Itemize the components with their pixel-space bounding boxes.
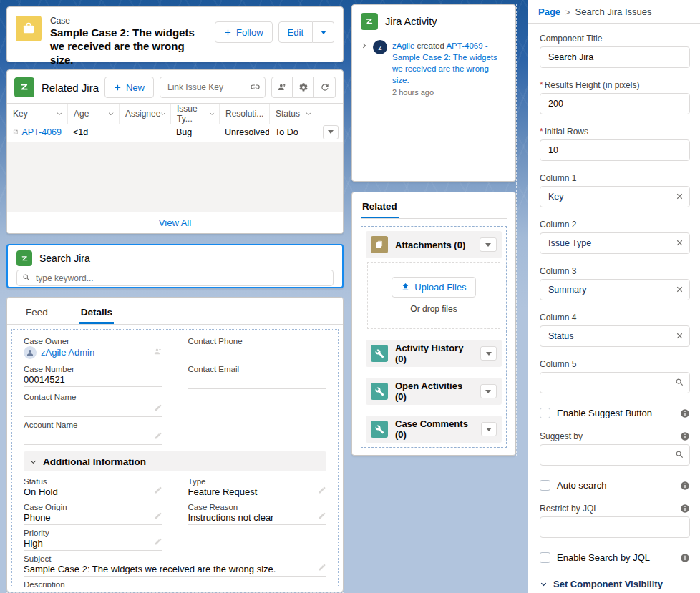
new-issue-button-label: New xyxy=(126,82,145,93)
search-jira-title: Search Jira xyxy=(39,253,90,264)
search-icon[interactable] xyxy=(675,378,684,387)
avatar xyxy=(24,346,37,359)
related-jira-panel: Related Jira New xyxy=(6,69,344,234)
assign-user-button[interactable] xyxy=(271,77,293,98)
related-list-activity-history[interactable]: Activity History (0) xyxy=(366,340,502,367)
edit-button[interactable]: Edit xyxy=(278,21,313,43)
restrict-jql-input[interactable] xyxy=(540,516,690,538)
info-icon[interactable] xyxy=(680,431,690,441)
external-link-icon[interactable] xyxy=(13,128,18,136)
suggest-by-input[interactable] xyxy=(540,444,690,466)
gear-icon-button[interactable] xyxy=(293,77,314,98)
related-list-attachments[interactable]: Attachments (0) xyxy=(366,231,502,258)
edit-pencil-icon[interactable] xyxy=(318,486,326,494)
field-case-reason: Case Reason Instructions not clear xyxy=(188,503,327,525)
chevron-down-icon xyxy=(321,31,326,34)
tab-feed[interactable]: Feed xyxy=(24,300,49,324)
new-issue-button[interactable]: New xyxy=(104,77,154,98)
column-header-age[interactable]: Age xyxy=(67,104,119,124)
zagile-z-icon xyxy=(20,254,29,263)
follow-button[interactable]: Follow xyxy=(215,21,273,43)
collapse-button[interactable] xyxy=(480,237,497,252)
link-icon[interactable] xyxy=(250,82,261,92)
related-lists-panel: Related Attachments (0) Upload Files Or … xyxy=(351,192,516,456)
related-lists-component: Attachments (0) Upload Files Or drop fil… xyxy=(361,226,507,448)
related-list-open-activities[interactable]: Open Activities (0) xyxy=(366,378,502,405)
change-owner-icon[interactable] xyxy=(153,347,162,356)
auto-search-checkbox[interactable] xyxy=(540,480,550,491)
edit-pencil-icon[interactable] xyxy=(154,511,162,520)
chevron-down-icon xyxy=(486,352,492,356)
collapse-button[interactable] xyxy=(480,346,497,361)
refresh-icon-button[interactable] xyxy=(314,77,336,98)
enable-jql-checkbox[interactable] xyxy=(540,552,550,563)
column-header-status[interactable]: Status xyxy=(269,104,316,124)
clear-icon[interactable] xyxy=(675,238,684,248)
chevron-down-icon xyxy=(328,130,334,134)
field-account-name: Account Name xyxy=(24,421,162,445)
edit-pencil-icon[interactable] xyxy=(154,537,162,546)
component-title-input[interactable] xyxy=(540,46,690,68)
chevron-down-icon xyxy=(209,110,215,117)
tab-related[interactable]: Related xyxy=(361,200,399,219)
info-icon[interactable] xyxy=(680,408,690,418)
more-actions-button[interactable] xyxy=(313,21,334,43)
case-highlights-panel: Case Sample Case 2: The widgets we recei… xyxy=(6,6,344,62)
search-keyword-input[interactable] xyxy=(16,270,334,286)
related-jira-title: Related Jira xyxy=(42,82,99,94)
prop-suggest-by: Suggest by xyxy=(540,431,690,466)
column-1-input[interactable] xyxy=(540,186,690,207)
column-3-input[interactable] xyxy=(540,279,690,300)
user-arrow-icon xyxy=(277,82,287,92)
divider xyxy=(361,218,507,219)
info-icon[interactable] xyxy=(680,481,690,491)
expand-chevron-icon[interactable] xyxy=(361,42,368,97)
results-height-input[interactable] xyxy=(540,93,690,114)
collapse-button[interactable] xyxy=(480,384,497,398)
upload-files-button[interactable]: Upload Files xyxy=(392,277,475,298)
column-5-input[interactable] xyxy=(540,372,690,393)
tab-details[interactable]: Details xyxy=(79,300,114,324)
chevron-down-icon xyxy=(486,428,492,431)
search-icon[interactable] xyxy=(675,450,684,459)
actor-link[interactable]: zAgile xyxy=(392,41,414,50)
breadcrumb-page-link[interactable]: Page xyxy=(538,6,560,17)
required-marker: * xyxy=(540,80,543,90)
case-owner-link[interactable]: zAgile Admin xyxy=(41,347,94,358)
info-icon[interactable] xyxy=(680,504,690,514)
edit-pencil-icon[interactable] xyxy=(154,486,162,494)
edit-pencil-icon[interactable] xyxy=(318,563,326,572)
row-actions-button[interactable] xyxy=(323,125,339,139)
column-header-resolution[interactable]: Resoluti... xyxy=(219,104,269,124)
section-additional-information[interactable]: Additional Information xyxy=(24,451,326,471)
edit-pencil-icon[interactable] xyxy=(154,403,162,412)
view-all-link[interactable]: View All xyxy=(159,217,191,228)
edit-pencil-icon[interactable] xyxy=(318,511,326,520)
edit-pencil-icon[interactable] xyxy=(154,431,162,440)
chevron-down-icon xyxy=(56,110,63,117)
field-priority: Priority High xyxy=(24,529,162,551)
prop-column-2: Column 2 xyxy=(540,220,690,254)
column-header-issue-type[interactable]: Issue Ty... xyxy=(170,104,219,124)
related-list-case-comments[interactable]: Case Comments (0) xyxy=(366,416,502,443)
enable-suggest-checkbox[interactable] xyxy=(540,408,550,418)
cell-issue-type: Bug xyxy=(170,127,219,137)
file-drop-zone[interactable]: Upload Files Or drop files xyxy=(367,262,500,329)
info-icon[interactable] xyxy=(680,553,690,563)
column-header-key[interactable]: Key xyxy=(7,104,67,124)
set-component-visibility-section[interactable]: Set Component Visibility xyxy=(540,579,690,589)
collapse-button[interactable] xyxy=(481,422,497,436)
clear-icon[interactable] xyxy=(675,192,684,201)
column-4-input[interactable] xyxy=(540,325,690,347)
column-2-input[interactable] xyxy=(540,232,690,254)
prop-column-5: Column 5 xyxy=(540,359,690,393)
column-header-assignee[interactable]: Assignee xyxy=(119,104,170,124)
zagile-z-icon xyxy=(19,82,30,93)
initial-rows-input[interactable] xyxy=(540,139,690,161)
clear-icon[interactable] xyxy=(675,285,684,294)
prop-enable-suggest: Enable Suggest Button xyxy=(540,408,690,418)
search-jira-component-selected[interactable]: Search Jira xyxy=(6,244,344,288)
breadcrumb: Page > Search Jira Issues xyxy=(528,0,700,24)
issue-key-link[interactable]: APT-4069 xyxy=(21,127,62,137)
clear-icon[interactable] xyxy=(675,331,684,340)
